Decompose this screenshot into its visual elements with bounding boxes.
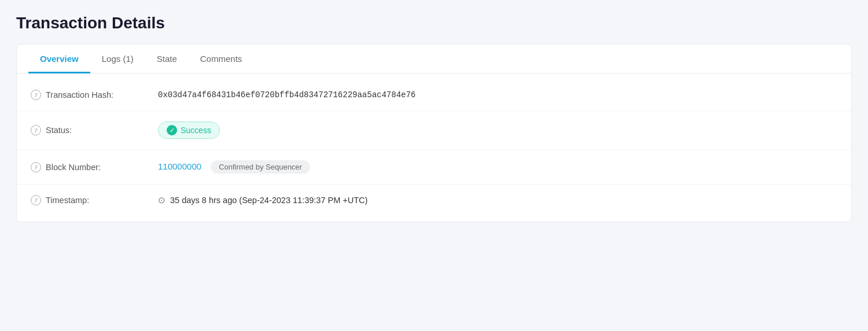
tab-bar: Overview Logs (1) State Comments [17, 45, 851, 73]
timestamp-text: 35 days 8 hrs ago (Sep-24-2023 11:39:37 … [170, 196, 367, 205]
tab-logs[interactable]: Logs (1) [90, 45, 145, 73]
transaction-hash-row: ? Transaction Hash: 0x03d47a4f68431b46ef… [17, 79, 851, 111]
transaction-hash-value: 0x03d47a4f68431b46ef0720bffb4d8347271622… [158, 90, 837, 100]
timestamp-help-icon[interactable]: ? [31, 195, 41, 205]
transaction-hash-help-icon[interactable]: ? [31, 90, 41, 100]
status-help-icon[interactable]: ? [31, 125, 41, 135]
timestamp-row: ? Timestamp: ⊙ 35 days 8 hrs ago (Sep-24… [17, 185, 851, 216]
sequencer-badge: Confirmed by Sequencer [211, 160, 310, 174]
block-number-link[interactable]: 110000000 [158, 161, 201, 171]
status-row: ? Status: ✓ Success [17, 111, 851, 150]
block-number-value-col: 110000000 Confirmed by Sequencer [158, 160, 837, 174]
clock-icon: ⊙ [158, 195, 165, 205]
status-label-col: ? Status: [31, 125, 158, 135]
timestamp-value-col: ⊙ 35 days 8 hrs ago (Sep-24-2023 11:39:3… [158, 195, 837, 205]
tab-comments[interactable]: Comments [189, 45, 254, 73]
status-text: Success [181, 126, 211, 135]
timestamp-label: Timestamp: [46, 196, 89, 205]
timestamp-label-col: ? Timestamp: [31, 195, 158, 205]
tab-state[interactable]: State [145, 45, 189, 73]
status-badge: ✓ Success [158, 122, 220, 139]
transaction-hash-label-col: ? Transaction Hash: [31, 90, 158, 100]
status-check-icon: ✓ [167, 125, 177, 135]
main-card: Overview Logs (1) State Comments ? Trans… [16, 44, 852, 222]
overview-content: ? Transaction Hash: 0x03d47a4f68431b46ef… [17, 73, 851, 222]
tab-overview[interactable]: Overview [28, 45, 90, 73]
block-number-label-col: ? Block Number: [31, 162, 158, 172]
status-value-col: ✓ Success [158, 122, 837, 139]
page-title: Transaction Details [16, 14, 852, 32]
block-number-label: Block Number: [46, 163, 101, 172]
block-number-help-icon[interactable]: ? [31, 162, 41, 172]
block-number-row: ? Block Number: 110000000 Confirmed by S… [17, 150, 851, 185]
timestamp-value: ⊙ 35 days 8 hrs ago (Sep-24-2023 11:39:3… [158, 195, 837, 205]
transaction-hash-label: Transaction Hash: [46, 90, 113, 100]
status-label: Status: [46, 126, 72, 135]
